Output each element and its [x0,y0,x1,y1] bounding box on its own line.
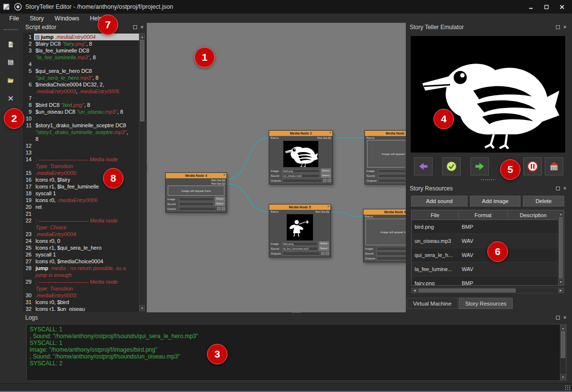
scroll-right-icon[interactable]: ▶ [558,288,564,293]
previous-button[interactable] [414,157,433,175]
media-node[interactable]: Media Node 2✕Port InPort Out [0]Imagebir… [269,130,333,185]
mini-button[interactable] [328,179,331,182]
code-line[interactable]: 2$fairy DC8 "fairy.png", 8 [24,40,145,47]
media-node[interactable]: Media Node 4✕Port Out [0]Port Out [1]Ima… [165,172,227,213]
delete-button[interactable]: Delete [523,196,564,206]
code-line[interactable]: 6$mediaChoice0004 DC32, 2, [24,81,145,88]
mini-button[interactable] [321,252,325,255]
media-node[interactable]: Media Node 5✕Port InPort Out [0]Imagefai… [269,204,331,257]
scroll-up-icon[interactable]: ▲ [139,34,145,39]
toolbar-drag-handle[interactable] [3,29,18,31]
float-panel-icon[interactable] [133,25,137,29]
close-panel-icon[interactable]: ✕ [563,25,567,30]
scroll-up-icon[interactable]: ▲ [560,325,566,331]
code-line[interactable]: Type: Transition [24,163,145,170]
code-line[interactable]: 7 [24,95,145,102]
table-row[interactable]: la_fee_lumine...WAV [412,262,564,276]
code-line[interactable]: 24lcons r0, 0 [24,238,145,244]
mini-button[interactable] [217,207,221,210]
node-graph-canvas[interactable]: Media Node 4✕Port Out [0]Port Out [1]Ima… [147,23,406,312]
add-image-button[interactable]: Add image [470,196,520,206]
code-line[interactable]: "la_fee_luminelle.mp3", 8 [24,54,145,61]
code-line[interactable]: 12 [24,142,145,149]
code-line[interactable]: 10 [24,115,145,122]
menu-item-windows[interactable]: Windows [50,15,84,22]
code-line[interactable]: 9$un_oiseau DC8 "un_oiseau.mp3", 8 [24,108,145,115]
tab-story-resources[interactable]: Story Resources [459,298,513,309]
minimize-button[interactable] [523,2,538,12]
select-button[interactable]: Select [321,169,331,173]
scroll-down-icon[interactable]: ▼ [139,305,145,311]
code-line[interactable]: 32lcons r1, $un_oiseau [24,306,145,311]
code-line[interactable]: 14; ---------------------------- Media n… [24,156,145,163]
logs-vertical-scrollbar[interactable]: ▲ ▼ [560,324,566,380]
code-line[interactable]: 18syscall 1 [24,190,145,197]
float-panel-icon[interactable] [556,316,560,320]
close-panel-icon[interactable]: ✕ [563,316,567,320]
splitter-handle[interactable] [146,164,149,173]
select-button[interactable]: Select [215,197,225,201]
code-line[interactable]: 30.mediaEntry0003: [24,292,145,299]
select-button[interactable]: Select [319,246,329,251]
ok-button[interactable] [442,157,461,175]
code-line[interactable]: 8 [24,136,145,142]
code-line[interactable]: 1jump .mediaEntry0004 [24,34,145,40]
save-button[interactable] [4,56,17,68]
code-line[interactable]: 26syscall 1 [24,251,145,258]
close-panel-icon[interactable]: ✕ [563,187,567,191]
code-line[interactable]: 3$la_fee_luminelle DC8 [24,47,145,54]
code-line[interactable]: "qui_sera_le_hero.mp3", 8 [24,74,145,81]
maximize-button[interactable] [539,2,554,12]
code-line[interactable]: 20ret [24,204,145,210]
close-cross-button[interactable] [4,92,17,104]
column-header-file[interactable]: File [412,210,459,220]
code-line[interactable]: 13 [24,149,145,156]
code-editor[interactable]: 1jump .mediaEntry00042$fairy DC8 "fairy.… [23,33,146,311]
scrollbar-thumb[interactable] [559,217,563,278]
close-panel-icon[interactable]: ✕ [140,25,144,30]
media-node[interactable]: Media Node 3✕Port InImage will appear he… [364,130,406,185]
mini-button[interactable] [222,207,225,210]
mini-button[interactable] [326,252,329,255]
resize-grip[interactable] [565,385,571,391]
code-line[interactable]: 16lcons r0, $fairy [24,176,145,183]
table-row[interactable]: un_oiseau.mp3WAV [412,234,564,248]
code-line[interactable]: 15.mediaEntry0005: [24,170,145,176]
menu-item-file[interactable]: File [5,15,23,22]
scroll-down-icon[interactable]: ▼ [560,374,566,380]
float-panel-icon[interactable] [556,25,560,29]
code-line[interactable]: 21 [24,210,145,217]
table-row[interactable]: fairy.pngBMP [412,276,564,286]
add-sound-button[interactable]: Add sound [411,196,468,206]
code-line[interactable]: 5$qui_sera_le_hero DC8 [24,68,145,74]
node-close-icon[interactable]: ✕ [327,205,329,208]
node-close-icon[interactable]: ✕ [223,173,225,176]
new-script-button[interactable] [4,38,17,50]
code-line[interactable]: 22; ---------------------------- Media n… [24,217,145,224]
code-line[interactable]: 8$bird DC8 "bird.png", 8 [24,102,145,108]
table-horizontal-scrollbar[interactable]: ◀ ▶ [411,288,564,293]
select-button[interactable]: Select [319,241,329,246]
table-row[interactable]: bird.pngBMP [412,220,564,234]
select-button[interactable]: Select [215,202,225,206]
code-line[interactable]: 31lcons r0, $bird [24,299,145,306]
code-line[interactable]: 17lcons r1, $la_fee_luminelle [24,183,145,190]
node-close-icon[interactable]: ✕ [329,131,331,134]
code-line[interactable]: 29; ---------------------------- Media n… [24,278,145,285]
column-header-format[interactable]: Format [459,210,508,220]
code-line[interactable]: Type: Transition [24,285,145,292]
next-button[interactable] [470,157,489,175]
select-button[interactable]: Select [321,173,331,178]
pause-button[interactable] [523,157,542,175]
code-line[interactable]: 11$story1_drako_luminelle_sceptre DC8 [24,122,145,129]
code-line[interactable]: Type: Choice [24,224,145,231]
code-line[interactable]: jump is enough [24,272,145,278]
scroll-left-icon[interactable]: ◀ [412,288,417,293]
code-line[interactable]: 25lcons r1, $qui_sera_le_hero [24,244,145,251]
scrollbar-thumb[interactable] [140,40,144,121]
splitter-handle[interactable] [481,179,495,181]
code-line[interactable]: 4 [24,61,145,68]
tab-virtual-machine[interactable]: Virtual Machine [407,298,458,309]
vertical-scrollbar[interactable]: ▲ ▼ [139,33,145,311]
code-line[interactable]: 19lcons r0, .mediaEntry0006 [24,197,145,204]
